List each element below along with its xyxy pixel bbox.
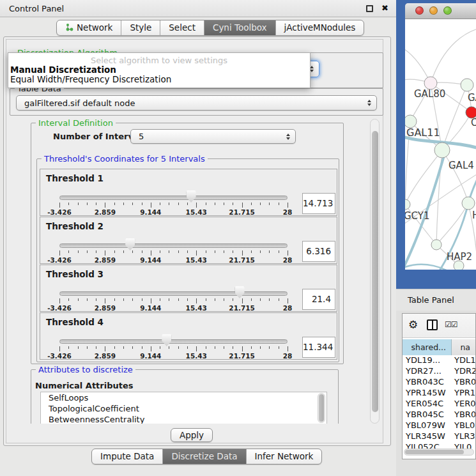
- table-row[interactable]: YLR345WYLR3: [403, 431, 475, 442]
- tab-infer-network[interactable]: Infer Network: [247, 449, 322, 464]
- network-node[interactable]: [405, 115, 417, 128]
- apply-button[interactable]: Apply: [171, 428, 213, 442]
- threshold-value-field[interactable]: 21.4: [302, 289, 335, 310]
- threshold-value-field[interactable]: 14.713: [302, 193, 335, 214]
- slider-tick: [78, 298, 79, 301]
- slider-tick: [123, 250, 124, 253]
- slider-tick-label: 21.715: [227, 352, 257, 360]
- slider-tick: [269, 298, 270, 301]
- network-node-label: GAL4: [449, 160, 474, 171]
- zoom-traffic-light[interactable]: [443, 6, 452, 15]
- slider-tick: [96, 250, 96, 253]
- column-header-shared[interactable]: shared...: [403, 339, 452, 355]
- tab-label: Impute Data: [100, 451, 154, 461]
- num-intervals-combo[interactable]: 5: [130, 129, 296, 144]
- table-row[interactable]: YBR045CYBR0: [403, 410, 475, 420]
- slider-tick: [59, 250, 60, 256]
- network-edge[interactable]: [442, 150, 468, 203]
- slider-tick: [224, 250, 224, 253]
- popup-item-1[interactable]: Equal Width/Frequency Discretization: [10, 74, 171, 84]
- attribute-item[interactable]: TopologicalCoefficient: [41, 403, 326, 414]
- table-hscrollbar[interactable]: [404, 449, 474, 456]
- slider-thumb[interactable]: [187, 190, 196, 203]
- network-node[interactable]: [461, 79, 473, 91]
- table-row[interactable]: YDR27...YDR2: [403, 366, 475, 377]
- slider-tick-label: -3.426: [44, 352, 75, 360]
- network-edge[interactable]: [405, 45, 431, 83]
- tab-discretize-data[interactable]: Discretize Data: [163, 449, 246, 464]
- slider-tick-label: 2.859: [89, 208, 120, 216]
- mac-window-titlebar[interactable]: [405, 3, 476, 19]
- network-node[interactable]: [462, 197, 475, 210]
- attribute-item[interactable]: SelfLoops: [41, 392, 326, 403]
- tab-jactivemnodules[interactable]: jActiveMNodules: [276, 20, 364, 35]
- table-row[interactable]: YBL079WYBL0: [403, 420, 475, 431]
- close-traffic-light[interactable]: [415, 6, 424, 15]
- slider-tick: [242, 203, 243, 208]
- slider-thumb[interactable]: [235, 286, 245, 298]
- tab-network[interactable]: Network: [57, 20, 121, 35]
- slider-tick: [132, 298, 133, 301]
- slider-tick: [59, 203, 60, 208]
- checkboxes-icon[interactable]: ☑☑: [445, 320, 457, 329]
- slider-tick: [78, 203, 79, 205]
- table-row[interactable]: YPR145WYPR1: [403, 388, 475, 399]
- threshold-value-field[interactable]: 6.316: [302, 241, 335, 262]
- gear-icon[interactable]: ⚙: [408, 318, 418, 331]
- slider-tick-label: -3.426: [44, 208, 75, 216]
- float-window-icon[interactable]: [366, 5, 373, 12]
- tab-impute-data[interactable]: Impute Data: [92, 449, 163, 464]
- popup-item-0[interactable]: Manual Discretization: [10, 65, 116, 75]
- slider-tick: [132, 203, 133, 205]
- table-row[interactable]: YDL19...YDL1: [403, 355, 475, 366]
- table-row[interactable]: YER054CYER0: [403, 399, 475, 410]
- close-icon[interactable]: ✖: [381, 3, 388, 13]
- slider-track[interactable]: [59, 196, 288, 200]
- table-row[interactable]: YBR043CYBR0: [403, 377, 475, 388]
- slider-tick: [87, 346, 88, 349]
- network-node[interactable]: [431, 240, 441, 250]
- slider-thumb[interactable]: [162, 334, 171, 346]
- table-data-combo[interactable]: galFiltered.sif default node: [16, 95, 377, 111]
- control-panel-titlebar: Control Panel ✖: [0, 0, 396, 17]
- columns-icon[interactable]: [427, 319, 438, 330]
- network-icon: [65, 23, 73, 32]
- node-table: ⚙ ☑☑ shared... na YDL19...YDL1YDR27...YD…: [402, 313, 476, 459]
- network-node[interactable]: [424, 77, 437, 89]
- tab-select[interactable]: Select: [160, 20, 204, 35]
- slider-track[interactable]: [59, 291, 288, 296]
- attributes-list-scrollbar[interactable]: [318, 393, 325, 423]
- threshold-label: Threshold 3: [46, 269, 104, 279]
- cell-name: YDL1: [452, 355, 475, 366]
- slider-tick: [242, 250, 243, 256]
- slider-tick-label: 28: [272, 352, 303, 360]
- network-edge[interactable]: [436, 203, 468, 245]
- slider-tick: [123, 346, 124, 349]
- attribute-item[interactable]: BetweennessCentrality: [41, 414, 326, 424]
- numerical-attributes-list[interactable]: SelfLoopsTopologicalCoefficientBetweenne…: [40, 392, 327, 424]
- minimize-traffic-light[interactable]: [429, 6, 438, 15]
- tab-style[interactable]: Style: [121, 20, 160, 35]
- network-node[interactable]: [434, 142, 450, 158]
- network-node[interactable]: [405, 199, 410, 210]
- column-header-name[interactable]: na: [452, 339, 475, 355]
- slider-tick: [260, 250, 261, 253]
- tab-cyni-toolbox[interactable]: Cyni Toolbox: [204, 20, 276, 35]
- slider-tick: [260, 298, 261, 301]
- network-edge[interactable]: [431, 27, 476, 83]
- tab-label: Infer Network: [255, 451, 314, 461]
- panel-scrollbar[interactable]: [370, 119, 380, 424]
- slider-track[interactable]: [59, 243, 288, 248]
- slider-tick: [251, 250, 252, 253]
- network-canvas[interactable]: GAL80GACGAL11GAL4GCY1HHAP2: [405, 19, 476, 270]
- slider-track[interactable]: [59, 339, 288, 344]
- slider-tick: [251, 346, 252, 349]
- slider-tick: [87, 298, 88, 301]
- slider-tick-label: 9.144: [135, 208, 166, 216]
- network-edge[interactable]: [442, 85, 467, 150]
- slider-tick: [196, 203, 197, 208]
- slider-thumb[interactable]: [125, 238, 135, 250]
- slider-tick: [224, 298, 224, 301]
- threshold-value-field[interactable]: 11.344: [302, 337, 335, 358]
- slider-tick: [142, 298, 142, 301]
